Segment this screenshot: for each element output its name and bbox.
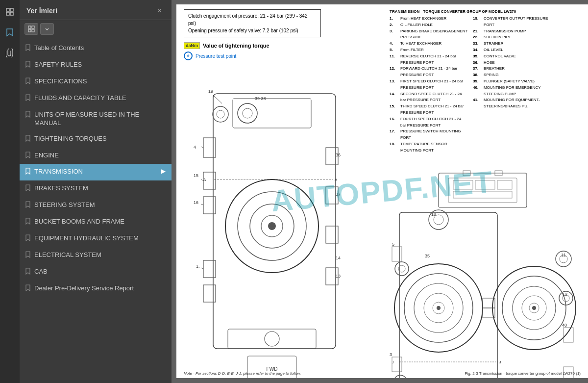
sidebar-view-button[interactable] xyxy=(24,23,38,35)
bookmark-icon xyxy=(25,135,30,144)
parts-list-item: 21.TRANSMISSION PUMP xyxy=(473,28,551,35)
svg-text:11: 11 xyxy=(561,253,566,257)
sidebar-item-cab[interactable]: CAB xyxy=(20,264,172,281)
part-label: REVERSE CLUTCH 21 - 24 bar PRESSURE PORT xyxy=(400,53,468,66)
sidebar-item-label: TRANSMISSION xyxy=(34,167,83,176)
parts-list-item: 15.THIRD SPEED CLUTCH 21 - 24 bar PRESSU… xyxy=(390,103,468,116)
parts-list-item: 16.FOURTH SPEED CLUTCH 21 - 24 bar PRESS… xyxy=(390,116,468,129)
bookmark-icon xyxy=(25,152,30,161)
part-number: 36. xyxy=(473,60,482,66)
sidebar-item-label: STEERING SYSTEM xyxy=(34,201,95,209)
part-label: SPRING xyxy=(484,72,499,78)
part-number: 22. xyxy=(473,34,482,41)
sidebar-item-units-of-measure-used-in-the-manual[interactable]: UNITS OF MEASURE USED IN THE MANUAL xyxy=(20,107,172,131)
parts-list-item: 33.STRAINER xyxy=(473,41,551,47)
sidebar-item-label: EQUIPMENT HYDRAULIC SYSTEM xyxy=(34,234,139,243)
sidebar-dropdown-button[interactable] xyxy=(40,23,54,35)
svg-point-17 xyxy=(213,106,228,122)
part-label: FORWARD CLUTCH 21 - 24 bar PRESSURE PORT xyxy=(400,66,468,78)
svg-point-16 xyxy=(243,108,252,118)
svg-rect-21 xyxy=(203,197,216,214)
sidebar-title: Yer İmleri xyxy=(26,7,57,15)
doc-right-section: TRANSMISSION - TORQUE CONVERTER GROUP OF… xyxy=(390,9,583,378)
part-number: 35. xyxy=(473,53,482,60)
part-label: SECOND SPEED CLUTCH 21 - 24 bar PRESSURE… xyxy=(400,91,468,104)
sidebar-item-bucket-booms-and-frame[interactable]: BUCKET BOOMS AND FRAME xyxy=(20,214,172,230)
sidebar-item-label: SPECIFICATIONS xyxy=(34,77,87,86)
svg-point-71 xyxy=(532,306,536,310)
sidebar-item-engine[interactable]: ENGINE xyxy=(20,148,172,164)
bookmarks-icon[interactable] xyxy=(3,26,17,39)
part-label: MOUNTING FOR EMERGENCY STEERING PUMP xyxy=(484,85,551,98)
svg-text:19: 19 xyxy=(208,89,213,94)
sidebar-close-button[interactable]: × xyxy=(155,6,165,16)
svg-text:1.: 1. xyxy=(196,264,200,269)
attachments-icon[interactable] xyxy=(3,46,17,60)
part-label: MOUNTING FOR EQUIPMENT-STEERING/BRAKES P… xyxy=(484,97,551,110)
part-label: BREATHER xyxy=(484,66,505,72)
parts-list-item: 38.SPRING xyxy=(473,72,551,78)
svg-point-15 xyxy=(238,103,257,123)
part-label: CONVERTER OUTPUT PRESSURE PORT xyxy=(484,16,551,28)
svg-rect-6 xyxy=(28,29,31,32)
svg-text:3: 3 xyxy=(390,352,392,357)
sidebar-item-label: ENGINE xyxy=(34,151,59,160)
sidebar-item-equipment-hydraulic-system[interactable]: EQUIPMENT HYDRAULIC SYSTEM xyxy=(20,230,172,247)
part-number: 21. xyxy=(473,28,482,35)
bookmark-icon xyxy=(25,94,30,103)
bookmark-icon xyxy=(25,111,30,120)
svg-point-18 xyxy=(217,110,224,118)
part-label: To HEAT EXCHANGER xyxy=(400,41,441,47)
svg-line-33 xyxy=(213,95,222,103)
bookmark-icon xyxy=(25,284,30,294)
sidebar-item-steering-system[interactable]: STEERING SYSTEM xyxy=(20,197,172,214)
part-number: 33. xyxy=(473,41,482,47)
parts-list-item: 36.HOSE xyxy=(473,60,551,66)
parts-list-item: 12.FORWARD CLUTCH 21 - 24 bar PRESSURE P… xyxy=(390,66,468,78)
part-number: 12. xyxy=(390,66,398,78)
svg-text:2: 2 xyxy=(390,378,392,378)
svg-rect-7 xyxy=(32,29,34,32)
pressure-text: Pressure test point xyxy=(196,53,236,59)
part-label: PARKING BRAKE DISENGAGEMENT PRESSURE xyxy=(400,28,468,41)
part-label: HOSE xyxy=(484,60,495,66)
svg-point-65 xyxy=(437,306,441,310)
sidebar-item-dealer-pre-delivery-service-report[interactable]: Dealer Pre-Delivery Service Report xyxy=(20,281,172,297)
part-number: 1. xyxy=(390,16,398,22)
svg-text:A: A xyxy=(203,178,206,182)
sidebar-item-specifications[interactable]: SPECIFICATIONS xyxy=(20,74,172,90)
parts-list-item: 13.FIRST SPEED CLUTCH 21 - 24 bar PRESSU… xyxy=(390,78,468,91)
pages-icon[interactable] xyxy=(3,5,17,19)
part-number: 16. xyxy=(390,116,398,129)
sidebar-item-electrical-system[interactable]: ELECTRICAL SYSTEM xyxy=(20,247,172,264)
bookmark-icon xyxy=(25,61,30,70)
sidebar-item-brakes-system[interactable]: BRAKES SYSTEM xyxy=(20,180,172,197)
parts-list-item: 4.To HEAT EXCHANGER xyxy=(390,41,468,47)
bookmark-icon xyxy=(25,168,30,177)
part-label: CONTROL VALVE xyxy=(484,53,516,60)
sidebar-item-tightening-torques[interactable]: TIGHTENING TORQUES xyxy=(20,131,172,148)
svg-rect-22 xyxy=(203,260,216,278)
part-number: 39. xyxy=(473,78,482,85)
svg-rect-0 xyxy=(6,8,9,11)
infobox-line1: Clutch engagement oil pressure: 21 - 24 … xyxy=(188,12,317,27)
sidebar-item-label: UNITS OF MEASURE USED IN THE MANUAL xyxy=(34,110,166,128)
svg-text:J: J xyxy=(499,360,501,364)
part-label: PLUNGER (SAFETY VALVE) xyxy=(484,78,535,85)
fig-caption: Fig. 2-3 Transmission - torque converter… xyxy=(465,371,581,376)
sidebar-item-transmission[interactable]: TRANSMISSION▶ xyxy=(20,164,172,180)
sidebar-item-label: FLUIDS AND CAPACITY TABLE xyxy=(34,94,126,102)
part-number: 17. xyxy=(390,128,398,141)
transmission-diagram-left: FWD 19 4 15 16 1. 36 37 14 13 A xyxy=(184,64,355,378)
sidebar-item-safety-rules[interactable]: SAFETY RULES xyxy=(20,57,172,74)
parts-list-header: TRANSMISSION - TORQUE CONVERTER GROUP OF… xyxy=(390,9,583,14)
sidebar-item-label: SAFETY RULES xyxy=(34,60,82,69)
svg-rect-28 xyxy=(228,329,316,349)
bookmark-icon xyxy=(25,268,30,277)
part-number: 2. xyxy=(390,22,398,28)
sidebar-item-fluids-and-capacity-table[interactable]: FLUIDS AND CAPACITY TABLE xyxy=(20,90,172,107)
sidebar: Yer İmleri × Table of ContentsSAFETY RUL… xyxy=(20,0,172,383)
sidebar-item-table-of-contents[interactable]: Table of Contents xyxy=(20,40,172,57)
part-label: From FILTER xyxy=(400,47,424,53)
bookmark-icon xyxy=(25,234,30,244)
